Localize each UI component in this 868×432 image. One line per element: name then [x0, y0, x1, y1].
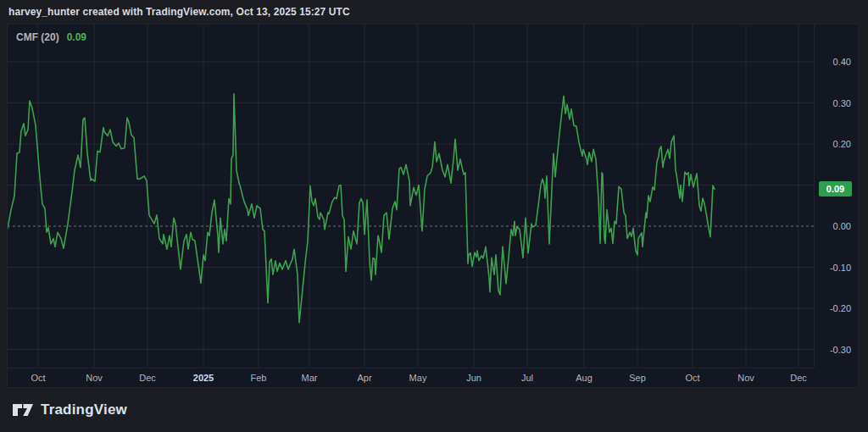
time-axis-label: Apr	[357, 373, 371, 383]
time-axis-label: Nov	[737, 373, 754, 383]
time-axis-label: Oct	[685, 373, 699, 383]
time-axis[interactable]: OctNovDec2025FebMarAprMayJunJulAugSepOct…	[8, 368, 814, 388]
time-axis-label: Sep	[629, 373, 646, 383]
time-axis-label: Dec	[790, 373, 807, 383]
price-axis-label: -0.20	[830, 303, 851, 313]
indicator-name: CMF (20)	[16, 31, 59, 43]
time-axis-label: Nov	[86, 373, 103, 383]
tradingview-logo-icon[interactable]	[12, 402, 34, 418]
last-value-badge: 0.09	[819, 181, 852, 197]
price-axis-label: 0.00	[833, 221, 851, 231]
time-axis-label: Dec	[139, 373, 156, 383]
time-axis-label: Aug	[576, 373, 593, 383]
price-axis-label: 0.30	[833, 98, 851, 108]
indicator-value: 0.09	[67, 31, 86, 43]
price-axis-label: -0.30	[830, 345, 851, 355]
time-axis-label: 2025	[193, 373, 214, 383]
time-axis-label: Mar	[302, 373, 318, 383]
chart-panel: CMF (20)0.09 0.400.300.200.00-0.10-0.20-…	[7, 24, 859, 388]
indicator-legend[interactable]: CMF (20)0.09	[16, 31, 86, 43]
chart-attribution: harvey_hunter created with TradingView.c…	[0, 0, 868, 24]
cmf-series-line	[8, 94, 715, 323]
time-axis-label: Oct	[31, 373, 45, 383]
price-axis-label: 0.40	[833, 57, 851, 67]
price-axis-label: -0.10	[830, 263, 851, 273]
tradingview-branding: TradingView	[12, 397, 127, 423]
price-axis-label: 0.20	[833, 139, 851, 149]
brand-name[interactable]: TradingView	[41, 402, 127, 418]
time-axis-label: Feb	[251, 373, 267, 383]
cmf-line-chart[interactable]	[8, 25, 858, 387]
time-axis-label: May	[409, 373, 427, 383]
time-axis-label: Jul	[521, 373, 533, 383]
attribution-text: harvey_hunter created with TradingView.c…	[8, 6, 350, 18]
time-axis-label: Jun	[466, 373, 481, 383]
